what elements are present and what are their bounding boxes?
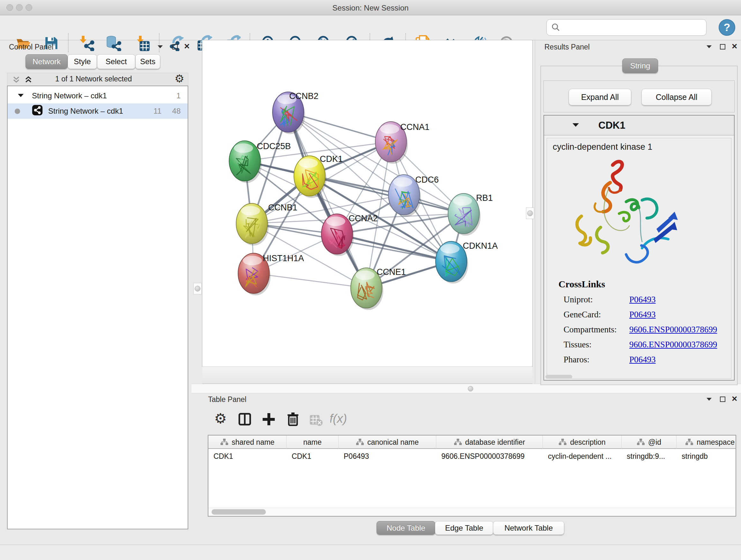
scrollbar-thumb[interactable] bbox=[212, 509, 266, 515]
results-scrollbar-thumb[interactable] bbox=[545, 375, 572, 379]
node-CCNE1[interactable]: CCNE1 bbox=[351, 267, 406, 310]
cell-shared-name[interactable]: CDK1 bbox=[208, 449, 286, 463]
node-CDC6[interactable]: CDC6 bbox=[388, 175, 439, 217]
node-CDKN1A[interactable]: CDKN1A bbox=[435, 241, 498, 284]
svg-text:f(x): f(x) bbox=[330, 412, 346, 425]
column-header-canonical-name[interactable]: canonical name bbox=[339, 435, 436, 449]
search-box[interactable] bbox=[546, 19, 706, 36]
control-panel-close-icon[interactable]: ✕ bbox=[184, 42, 190, 51]
cell-description[interactable]: cyclin-dependent ... bbox=[543, 449, 622, 463]
node-CCNB1[interactable]: CCNB1 bbox=[236, 203, 297, 246]
network-tree-row[interactable]: String Network – cdk1 11 48 bbox=[8, 104, 188, 119]
tab-network[interactable]: Network bbox=[25, 54, 68, 69]
cell-canonical-name[interactable]: P06493 bbox=[339, 449, 436, 463]
expand-all-networks-icon[interactable] bbox=[24, 76, 33, 85]
delete-table-icon bbox=[308, 411, 324, 427]
column-header-namespace[interactable]: namespace bbox=[677, 435, 736, 449]
node-label-CCNB2: CCNB2 bbox=[289, 91, 319, 101]
network-tree: String Network – cdk1 1 String Network –… bbox=[7, 85, 188, 530]
string-network-graph: CCNB2CCNA1CDC25BCDK1CDC6RB1CCNB1CCNA2CDK… bbox=[202, 40, 532, 367]
node-table: shared namenamecanonical namedatabase id… bbox=[208, 435, 736, 516]
import-network-file-icon[interactable] bbox=[78, 35, 96, 52]
expand-all-button[interactable]: Expand All bbox=[569, 89, 631, 105]
show-columns-icon[interactable] bbox=[237, 411, 253, 427]
column-header-description[interactable]: description bbox=[543, 435, 622, 449]
network-canvas[interactable]: CCNB2CCNA1CDC25BCDK1CDC6RB1CCNB1CCNA2CDK… bbox=[202, 40, 532, 367]
table-panel-undock-icon[interactable] bbox=[720, 396, 725, 402]
column-header-database-identifier[interactable]: database identifier bbox=[436, 435, 543, 449]
network-collection-label: String Network – cdk1 bbox=[32, 91, 107, 100]
tab-node-table[interactable]: Node Table bbox=[377, 521, 435, 535]
node-RB1[interactable]: RB1 bbox=[448, 193, 493, 236]
node-label-CDKN1A: CDKN1A bbox=[463, 241, 498, 251]
node-CDC25B[interactable]: CDC25B bbox=[229, 141, 291, 183]
control-panel-title: Control Panel bbox=[9, 43, 53, 51]
node-HIST1H1A[interactable]: HIST1H1A bbox=[238, 253, 304, 295]
horizontal-splitter[interactable] bbox=[192, 384, 741, 393]
tab-select[interactable]: Select bbox=[97, 54, 135, 69]
results-sections: CDK1 cyclin-dependent kinase 1 bbox=[543, 115, 735, 381]
node-label-CDK1: CDK1 bbox=[320, 154, 343, 164]
crosslink-link[interactable]: 9606.ENSP00000378699 bbox=[629, 325, 717, 334]
cell-database-identifier[interactable]: 9606.ENSP00000378699 bbox=[436, 449, 543, 463]
results-panel-title: Results Panel bbox=[544, 43, 590, 51]
toolbar-separator bbox=[68, 33, 69, 52]
table-settings-gear-icon[interactable]: ⚙ bbox=[212, 411, 228, 427]
help-button[interactable]: ? bbox=[718, 19, 736, 36]
crosslink-link[interactable]: P06493 bbox=[629, 355, 656, 365]
column-header-name[interactable]: name bbox=[286, 435, 339, 449]
table-horizontal-scrollbar[interactable] bbox=[208, 508, 736, 516]
control-panel-float-icon[interactable] bbox=[156, 44, 164, 51]
tab-sets[interactable]: Sets bbox=[135, 54, 160, 69]
splitter-grip-icon[interactable] bbox=[468, 386, 473, 391]
crosslink-link[interactable]: 9606.ENSP00000378699 bbox=[629, 340, 717, 350]
node-CCNA2[interactable]: CCNA2 bbox=[321, 213, 378, 256]
control-panel-undock-icon[interactable] bbox=[172, 44, 178, 50]
node-label-CCNB1: CCNB1 bbox=[268, 203, 297, 212]
column-header--id[interactable]: @id bbox=[622, 435, 677, 449]
tab-style[interactable]: Style bbox=[68, 54, 97, 69]
tab-edge-table[interactable]: Edge Table bbox=[435, 521, 493, 535]
gene-section-header[interactable]: CDK1 bbox=[544, 116, 734, 135]
node-CCNB2[interactable]: CCNB2 bbox=[273, 91, 319, 134]
node-label-RB1: RB1 bbox=[476, 193, 493, 203]
delete-column-icon[interactable] bbox=[285, 411, 301, 427]
edge-count: 48 bbox=[172, 107, 181, 116]
node-CCNA1[interactable]: CCNA1 bbox=[375, 122, 429, 164]
table-panel-close-icon[interactable]: ✕ bbox=[731, 395, 738, 403]
table-panel-float-icon[interactable] bbox=[705, 396, 713, 403]
network-selector-bar: 1 of 1 Network selected ⚙ bbox=[7, 73, 188, 85]
import-network-database-icon[interactable] bbox=[105, 35, 123, 52]
network-options-gear-icon[interactable]: ⚙ bbox=[175, 72, 184, 85]
crosslink-link[interactable]: P06493 bbox=[629, 295, 656, 305]
collapse-all-networks-icon[interactable] bbox=[12, 76, 21, 85]
cell--id[interactable]: stringdb:9... bbox=[622, 449, 677, 463]
left-splitter-handle[interactable] bbox=[193, 283, 202, 294]
cell-namespace[interactable]: stringdb bbox=[677, 449, 736, 463]
svg-text:⚙: ⚙ bbox=[214, 411, 226, 426]
collapse-all-button[interactable]: Collapse All bbox=[642, 89, 712, 105]
tree-expander-icon[interactable] bbox=[17, 91, 24, 100]
node-label-CDC6: CDC6 bbox=[415, 175, 439, 185]
search-input[interactable] bbox=[561, 23, 698, 32]
crosslink-label: Pharos: bbox=[563, 355, 590, 365]
add-column-icon[interactable] bbox=[261, 411, 277, 427]
tab-string[interactable]: String bbox=[622, 58, 658, 73]
string-network-icon bbox=[31, 105, 43, 118]
crosslink-link[interactable]: P06493 bbox=[629, 310, 656, 320]
node-label-HIST1H1A: HIST1H1A bbox=[263, 253, 304, 263]
network-tree-row[interactable]: String Network – cdk1 1 bbox=[8, 88, 188, 104]
column-header-shared-name[interactable]: shared name bbox=[208, 435, 286, 449]
crosslink-label: Tissues: bbox=[563, 340, 592, 350]
crosslink-label: GeneCard: bbox=[563, 310, 601, 320]
cell-name[interactable]: CDK1 bbox=[286, 449, 339, 463]
results-panel-float-icon[interactable] bbox=[705, 44, 713, 51]
node-label-CCNA2: CCNA2 bbox=[348, 213, 378, 223]
tab-network-table[interactable]: Network Table bbox=[493, 521, 564, 535]
results-panel-close-icon[interactable]: ✕ bbox=[731, 42, 738, 51]
right-splitter-handle[interactable] bbox=[526, 207, 534, 219]
section-collapse-icon[interactable] bbox=[571, 122, 580, 129]
results-panel-undock-icon[interactable] bbox=[720, 44, 725, 50]
import-table-file-icon[interactable] bbox=[135, 35, 152, 52]
node-label-CDC25B: CDC25B bbox=[257, 141, 291, 151]
